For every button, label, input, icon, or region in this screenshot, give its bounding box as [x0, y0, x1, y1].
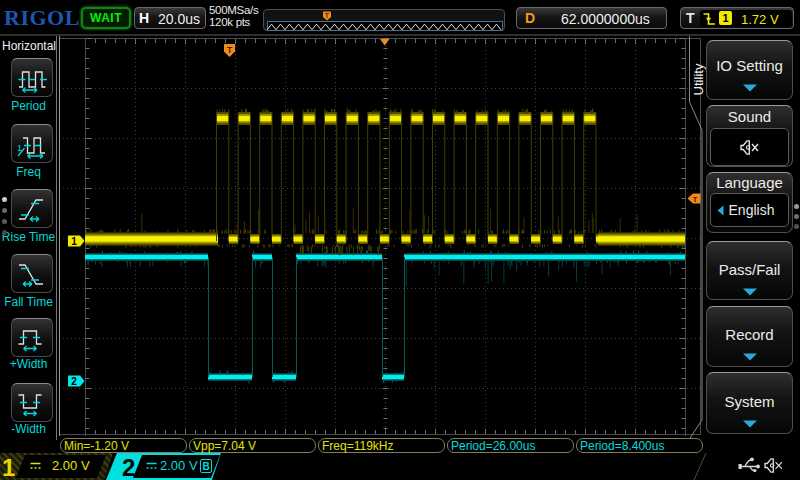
svg-text:T: T: [325, 12, 330, 19]
svg-text:2: 2: [71, 376, 77, 387]
svg-text:T: T: [227, 45, 233, 55]
svg-text:1: 1: [71, 236, 77, 247]
